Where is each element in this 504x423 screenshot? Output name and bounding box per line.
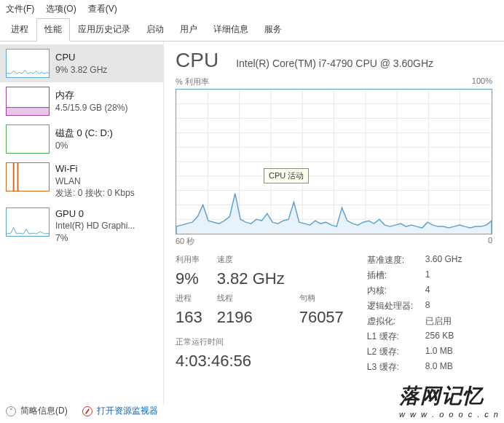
l1-value: 256 KB [425,331,462,343]
lp-value: 8 [425,300,462,312]
main-area: CPU 9% 3.82 GHz 内存 4.5/15.9 GB (28%) 磁盘 … [0,41,504,405]
sidebar-cpu-title: CPU [55,51,107,64]
svg-rect-0 [7,108,49,115]
footer: ˄ 简略信息(D) 打开资源监视器 [6,405,158,417]
tab-performance[interactable]: 性能 [36,18,70,41]
sidebar-wifi-title: Wi-Fi [55,162,135,175]
chart-bottom-right-label: 0 [488,236,492,247]
cores-value: 4 [425,285,462,297]
cpu-thumb [6,49,50,78]
sockets-value: 1 [425,269,462,282]
l2-label: L2 缓存: [367,346,425,358]
l3-value: 8.0 MB [425,361,462,373]
proc-value: 163 [176,308,202,330]
chevron-up-icon[interactable]: ˄ [6,406,16,416]
sidebar-memory-line1: 4.5/15.9 GB (28%) [55,102,127,114]
sidebar-item-wifi[interactable]: Wi-Fi WLAN 发送: 0 接收: 0 Kbps [0,158,163,203]
lp-label: 逻辑处理器: [367,300,425,312]
disk-thumb [6,124,50,154]
brief-info-link[interactable]: 简略信息(D) [20,405,68,417]
handles-label: 句柄 [299,293,344,307]
uptime-value: 4:03:46:56 [176,352,344,373]
tab-startup[interactable]: 启动 [138,18,172,41]
l1-label: L1 缓存: [367,331,425,343]
sidebar-memory-title: 内存 [55,89,127,102]
cpu-chart: CPU 活动 [176,89,492,234]
sidebar-item-cpu[interactable]: CPU 9% 3.82 GHz [0,44,163,82]
watermark: 落网记忆 w w w . o o o c . c n [399,382,500,419]
virt-value: 已启用 [425,315,462,328]
sockets-label: 插槽: [367,269,425,282]
chart-bottom-left-label: 60 秒 [176,236,194,247]
sidebar-item-disk[interactable]: 磁盘 0 (C: D:) 0% [0,120,163,158]
sidebar-cpu-line1: 9% 3.82 GHz [55,64,107,76]
chart-tooltip: CPU 活动 [264,168,309,183]
sidebar-disk-line1: 0% [55,140,113,151]
menu-bar: 文件(F) 选项(O) 查看(V) [0,0,504,18]
base-speed-label: 基准速度: [367,254,425,266]
sidebar-wifi-line1: WLAN [55,175,135,187]
wifi-thumb [6,162,50,191]
stats-area: 利用率 速度 9% 3.82 GHz 进程 线程 句柄 163 2196 760… [176,254,492,373]
threads-value: 2196 [217,308,285,330]
tab-details[interactable]: 详细信息 [205,18,256,41]
sidebar-wifi-line2: 发送: 0 接收: 0 Kbps [55,187,135,199]
watermark-text: 落网记忆 [399,384,484,407]
sidebar-gpu-line2: 7% [55,232,135,244]
sidebar: CPU 9% 3.82 GHz 内存 4.5/15.9 GB (28%) 磁盘 … [0,41,164,405]
sidebar-item-gpu[interactable]: GPU 0 Intel(R) HD Graphi... 7% [0,203,163,248]
l3-label: L3 缓存: [367,361,425,373]
base-speed-value: 3.60 GHz [425,254,462,266]
proc-label: 进程 [176,293,202,307]
cpu-model: Intel(R) Core(TM) i7-4790 CPU @ 3.60GHz [236,58,433,69]
content-panel: CPU Intel(R) Core(TM) i7-4790 CPU @ 3.60… [164,41,504,405]
open-resource-monitor-link[interactable]: 打开资源监视器 [97,405,158,417]
tab-services[interactable]: 服务 [256,18,290,41]
speed-label: 速度 [217,254,285,268]
menu-view[interactable]: 查看(V) [88,3,117,15]
threads-label: 线程 [217,293,285,307]
tab-strip: 进程 性能 应用历史记录 启动 用户 详细信息 服务 [0,18,504,41]
cpu-header: CPU Intel(R) Core(TM) i7-4790 CPU @ 3.60… [176,49,492,72]
gpu-thumb [6,207,50,237]
virt-label: 虚拟化: [367,315,425,328]
menu-file[interactable]: 文件(F) [6,3,34,15]
resource-monitor-icon[interactable] [82,406,92,416]
chart-top-left-label: % 利用率 [176,76,209,87]
watermark-url: w w w . o o o c . c n [399,410,500,419]
uptime-label: 正常运行时间 [176,336,344,350]
sidebar-item-memory[interactable]: 内存 4.5/15.9 GB (28%) [0,82,163,120]
util-label: 利用率 [176,254,202,268]
handles-value: 76057 [299,308,344,330]
cores-label: 内核: [367,285,425,297]
tab-users[interactable]: 用户 [172,18,205,41]
sidebar-gpu-title: GPU 0 [55,207,135,221]
util-value: 9% [176,269,202,291]
page-title: CPU [176,49,218,72]
tab-processes[interactable]: 进程 [3,18,36,41]
menu-options[interactable]: 选项(O) [46,3,76,15]
sidebar-gpu-line1: Intel(R) HD Graphi... [55,220,135,232]
chart-top-right-label: 100% [472,76,492,87]
speed-value: 3.82 GHz [217,269,285,291]
l2-value: 1.0 MB [425,346,462,358]
sidebar-disk-title: 磁盘 0 (C: D:) [55,127,113,140]
tab-app-history[interactable]: 应用历史记录 [70,18,138,41]
memory-thumb [6,87,50,116]
